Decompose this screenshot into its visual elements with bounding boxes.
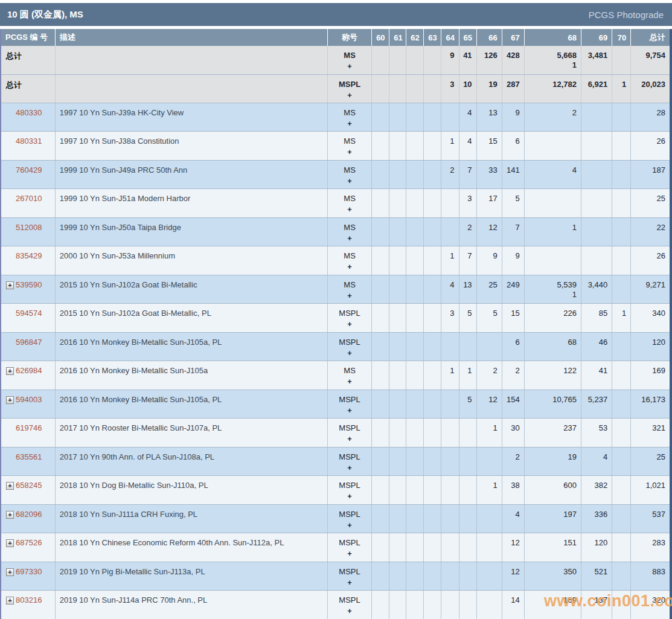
grade-67-cell: 6: [502, 132, 524, 161]
grade-66-cell: 2: [476, 361, 502, 390]
pcgs-number-link[interactable]: 594003: [16, 395, 42, 404]
table-row: +6875262018 10 Yn Chinese Economic Refor…: [1, 533, 671, 562]
grade-65-count: 7: [459, 251, 472, 261]
grade-65-count: 2: [459, 223, 472, 233]
plus-label: +: [328, 521, 371, 530]
designation-cell: MS+: [327, 46, 371, 74]
pcgs-number-link[interactable]: 480330: [16, 108, 42, 117]
grade-61-cell: [389, 533, 406, 562]
plus-label: +: [328, 176, 371, 185]
expand-plus-icon[interactable]: +: [6, 367, 14, 375]
grade-61-cell: [389, 504, 406, 533]
grade-65-cell: 4: [459, 132, 476, 161]
pcgs-number-link[interactable]: 619746: [16, 423, 42, 432]
grade-64-cell: [441, 419, 459, 447]
expand-plus-icon[interactable]: +: [6, 597, 14, 605]
grade-63-cell: [424, 132, 441, 161]
pcgs-number-link[interactable]: 658245: [16, 481, 42, 490]
grade-68-count: 1: [525, 223, 577, 233]
grade-65-cell: [459, 476, 476, 505]
row-total-value: 9,271: [631, 280, 665, 290]
description-cell: 2015 10 Yn Sun-J102a Goat Bi-Metallic: [55, 275, 327, 304]
grade-64-cell: 4: [441, 275, 459, 304]
row-total-value: 1,021: [631, 481, 665, 490]
expand-plus-icon[interactable]: +: [6, 568, 14, 576]
grade-60-cell: [372, 246, 389, 275]
pcgs-number-link[interactable]: 512008: [16, 223, 42, 232]
pcgs-number-link[interactable]: 267010: [16, 194, 42, 203]
grade-67-cell: 30: [502, 419, 524, 447]
grade-65-cell: [459, 504, 476, 533]
pcgs-number-link[interactable]: 480331: [16, 136, 42, 146]
table-row: 5945742015 10 Yn Sun-J102a Goat Bi-Metal…: [1, 304, 671, 333]
grade-60-cell: [372, 217, 389, 246]
grade-66-cell: 25: [476, 275, 502, 304]
grade-69-cell: 6,921: [581, 74, 612, 103]
table-row: 5120081999 10 Yn Sun-J50a Taipa BridgeMS…: [1, 217, 671, 246]
description-cell: 1997 10 Yn Sun-J38a Constitution: [55, 132, 327, 161]
pcgs-number-link[interactable]: 626984: [16, 366, 42, 375]
grade-70-cell: [612, 160, 631, 189]
grade-67-cell: 287: [502, 74, 524, 103]
table-row: 6355612017 10 Yn 90th Ann. of PLA Sun-J1…: [1, 447, 671, 476]
grade-68-count: 151: [525, 538, 577, 548]
expand-plus-icon[interactable]: +: [6, 281, 14, 289]
pcgs-number-link[interactable]: 539590: [16, 280, 42, 289]
grade-63-cell: [424, 447, 441, 476]
pcgs-number-link[interactable]: 682096: [16, 510, 42, 519]
row-total-value: 22: [631, 223, 665, 233]
grade-65-count: 10: [459, 80, 472, 89]
grade-68-count: 169: [525, 595, 577, 605]
row-total-cell: 537: [631, 504, 671, 533]
grade-61-cell: [389, 103, 406, 132]
designation-cell: MS+: [327, 217, 371, 246]
grade-64-cell: 3: [441, 74, 459, 103]
grade-60-cell: [372, 160, 389, 189]
grade-66-count: 126: [477, 51, 498, 60]
grade-60-cell: [372, 447, 389, 476]
designation-label: MSPL: [328, 595, 371, 605]
grade-64-count: 3: [441, 309, 454, 318]
pcgs-number-link[interactable]: 596847: [16, 338, 42, 347]
pcgs-number-link[interactable]: 635561: [16, 452, 42, 461]
description-cell: 2016 10 Yn Monkey Bi-Metallic Sun-J105a,…: [55, 390, 327, 419]
grade-61-cell: [389, 160, 406, 189]
row-total-value: 283: [631, 538, 665, 548]
grade-62-cell: [406, 591, 424, 619]
grade-62-cell: [406, 74, 424, 103]
description-cell: 1999 10 Yn Sun-J51a Modern Harbor: [55, 189, 327, 218]
designation-label: MS: [328, 366, 371, 375]
pcgs-number-cell: 480330: [1, 103, 55, 132]
pcgs-number-link[interactable]: 760429: [16, 165, 42, 175]
row-total-value: 25: [631, 452, 665, 462]
grade-69-cell: 137: [581, 591, 612, 619]
grade-69-cell: 5,237: [581, 390, 612, 419]
coin-description: 2017 10 Yn 90th Ann. of PLA Sun-J108a, P…: [60, 452, 214, 461]
grade-66-cell: 33: [476, 160, 502, 189]
plus-label: +: [328, 606, 371, 615]
grade-68-cell: 600: [524, 476, 581, 505]
grade-62-cell: [406, 46, 424, 74]
photograde-link[interactable]: PCGS Photograde: [589, 10, 664, 20]
pcgs-number-link[interactable]: 803216: [16, 595, 42, 605]
grade-69-count: 85: [581, 309, 607, 318]
expand-plus-icon[interactable]: +: [6, 482, 14, 490]
grade-66-cell: [476, 562, 502, 591]
expand-plus-icon[interactable]: +: [6, 539, 14, 547]
expand-plus-icon[interactable]: +: [6, 396, 14, 404]
grade-63-cell: [424, 189, 441, 218]
column-header-grade-64: 64: [441, 29, 459, 46]
expand-plus-icon[interactable]: +: [6, 511, 14, 519]
grade-69-cell: 4: [581, 447, 612, 476]
pcgs-number-link[interactable]: 687526: [16, 538, 42, 547]
grade-60-cell: [372, 189, 389, 218]
pcgs-number-link[interactable]: 697330: [16, 567, 42, 576]
designation-cell: MS+: [327, 160, 371, 189]
pcgs-number-link[interactable]: 835429: [16, 251, 42, 260]
pcgs-number-cell: +594003: [1, 390, 55, 419]
grade-62-cell: [406, 132, 424, 161]
plus-label: +: [328, 147, 371, 156]
row-total-cell: 9,754: [631, 46, 671, 74]
pcgs-number-link[interactable]: 594574: [16, 309, 42, 318]
plus-label: +: [328, 348, 371, 358]
